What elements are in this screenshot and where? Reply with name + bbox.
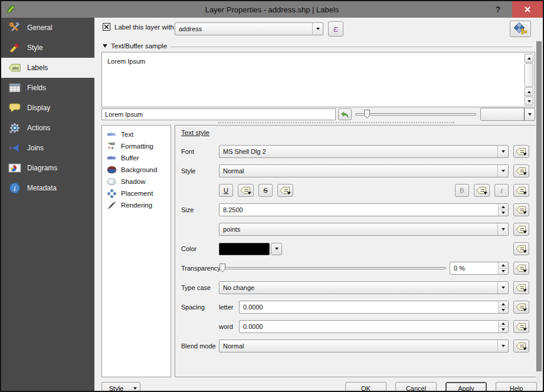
collapse-triangle-icon[interactable]: [103, 44, 107, 48]
spin-up-icon[interactable]: [499, 204, 508, 210]
tab-shadow[interactable]: Shadow: [102, 176, 171, 187]
data-defined-letter-button[interactable]: [513, 301, 529, 314]
data-defined-icon: [516, 302, 527, 312]
blend-mode-combobox[interactable]: Normal: [219, 340, 509, 353]
apply-button[interactable]: Apply: [445, 382, 487, 392]
cancel-button[interactable]: Cancel: [395, 382, 437, 392]
data-defined-size-button[interactable]: [513, 203, 529, 216]
word-spacing-spinbox[interactable]: [239, 320, 509, 333]
underline-button[interactable]: U: [219, 184, 233, 197]
style-combobox[interactable]: Normal: [219, 164, 509, 177]
sidebar-item-general[interactable]: General: [1, 18, 94, 38]
data-defined-word-button[interactable]: [513, 320, 529, 333]
font-combobox[interactable]: MS Shell Dlg 2: [219, 145, 509, 158]
letter-spacing-spinbox[interactable]: [239, 301, 509, 314]
data-defined-color-button[interactable]: [513, 242, 529, 255]
page-scrollbar-thumb[interactable]: [536, 41, 542, 371]
size-unit-combobox[interactable]: points: [219, 223, 509, 236]
data-defined-typecase-button[interactable]: [513, 281, 529, 294]
tab-formatting[interactable]: +ab < c Formatting: [102, 140, 171, 152]
transparency-input[interactable]: [450, 265, 498, 272]
data-defined-italic-button[interactable]: [513, 184, 529, 197]
label-this-layer-checkbox[interactable]: [103, 23, 110, 31]
tab-text[interactable]: abc Text: [102, 129, 171, 140]
size-spinbox[interactable]: [219, 203, 509, 216]
tab-rendering[interactable]: Rendering: [102, 199, 171, 211]
expression-builder-button[interactable]: ε: [328, 21, 343, 37]
spinner-arrows[interactable]: [498, 204, 508, 216]
help-button[interactable]: Help: [496, 382, 537, 392]
data-defined-icon: [240, 186, 252, 195]
sample-fontsize-combobox[interactable]: [480, 108, 535, 121]
slider-thumb[interactable]: [363, 109, 371, 119]
chevron-down-icon: [497, 340, 508, 352]
letter-spacing-input[interactable]: [240, 304, 498, 311]
spinner-arrows[interactable]: [498, 321, 508, 332]
slider-track[interactable]: [355, 113, 476, 116]
spin-down-icon[interactable]: [499, 308, 508, 314]
size-input[interactable]: [219, 206, 498, 213]
preview-scrollbar[interactable]: [524, 53, 534, 106]
close-button[interactable]: [512, 1, 543, 18]
slider-thumb[interactable]: [219, 263, 226, 273]
data-defined-style-button[interactable]: [513, 164, 529, 177]
data-defined-underline-button[interactable]: [238, 184, 254, 197]
data-defined-icon: [516, 263, 527, 273]
spin-up-icon[interactable]: [499, 262, 508, 269]
spin-down-icon[interactable]: [499, 269, 508, 275]
help-titlebar-button[interactable]: ?: [492, 3, 504, 16]
data-defined-font-button[interactable]: [513, 145, 529, 158]
word-spacing-input[interactable]: [240, 323, 498, 330]
data-defined-strikeout-button[interactable]: [277, 184, 293, 197]
automated-placement-settings-button[interactable]: [510, 21, 531, 37]
shadow-icon: [105, 177, 118, 186]
tab-buffer[interactable]: abc Buffer: [102, 152, 171, 164]
data-defined-icon: [516, 322, 527, 331]
font-format-buttons-row: U S: [181, 184, 529, 197]
color-swatch-button[interactable]: [219, 243, 270, 255]
spin-up-icon[interactable]: [499, 301, 508, 308]
sidebar-item-actions[interactable]: Actions: [1, 118, 94, 138]
sample-text-input[interactable]: [101, 108, 336, 120]
spin-up-icon[interactable]: [499, 321, 508, 327]
page-scrollbar[interactable]: [536, 40, 542, 383]
style-menu-label: Style: [102, 385, 130, 392]
spinner-arrows[interactable]: [498, 301, 508, 313]
ok-button[interactable]: OK: [345, 382, 386, 392]
strikeout-button[interactable]: S: [258, 184, 273, 197]
sidebar-item-metadata[interactable]: i Metadata: [1, 178, 94, 198]
splitter-handle[interactable]: [218, 122, 454, 123]
data-defined-transparency-button[interactable]: [513, 262, 529, 275]
style-menu-button[interactable]: Style: [101, 382, 140, 392]
sidebar-item-display[interactable]: Display: [1, 98, 94, 118]
italic-button[interactable]: I: [494, 184, 509, 197]
spin-down-icon[interactable]: [499, 210, 508, 216]
color-dropdown-button[interactable]: [271, 243, 282, 255]
sidebar-item-diagrams[interactable]: Diagrams: [1, 158, 94, 178]
sidebar-item-joins[interactable]: Joins: [1, 138, 94, 158]
slider-track[interactable]: [219, 267, 446, 269]
scrollbar-thumb[interactable]: [525, 63, 533, 87]
transparency-spinbox[interactable]: [450, 262, 509, 275]
transparency-label: Transparency: [181, 265, 219, 272]
transparency-slider[interactable]: [219, 263, 446, 274]
label-field-combobox[interactable]: address: [175, 22, 323, 35]
bold-button[interactable]: B: [455, 184, 469, 197]
data-defined-bold-button[interactable]: [474, 184, 490, 197]
type-case-combobox[interactable]: No change: [219, 281, 509, 294]
data-defined-unit-button[interactable]: [513, 223, 529, 236]
spin-down-icon[interactable]: [499, 327, 508, 333]
abc-tag-icon: abc: [8, 62, 21, 74]
scroll-up2-icon[interactable]: [525, 87, 533, 96]
scroll-down-icon[interactable]: [525, 97, 533, 106]
sidebar-item-fields[interactable]: Fields: [1, 78, 94, 98]
reset-sample-button[interactable]: [338, 108, 352, 120]
sidebar-item-style[interactable]: Style: [1, 38, 94, 58]
tab-background[interactable]: Background: [102, 164, 171, 176]
scroll-up-icon[interactable]: [525, 54, 533, 62]
tab-placement[interactable]: Placement: [102, 187, 171, 199]
spinner-arrows[interactable]: [498, 262, 508, 274]
data-defined-blend-button[interactable]: [513, 340, 529, 353]
sidebar-item-labels[interactable]: abc Labels: [1, 58, 94, 78]
sample-size-slider[interactable]: [355, 109, 476, 120]
